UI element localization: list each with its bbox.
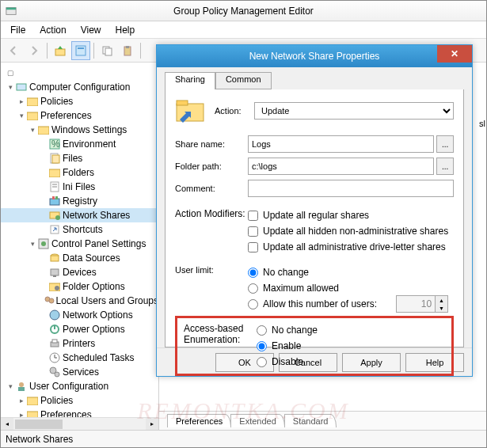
menubar: File Action View Help — [1, 21, 486, 39]
tree-row[interactable]: Network Options — [1, 308, 158, 322]
tab-standard[interactable]: Standard — [284, 414, 337, 427]
share-name-label: Share name: — [175, 139, 248, 149]
tab-extended[interactable]: Extended — [230, 414, 284, 427]
abe-enable-radio[interactable]: Enable — [257, 339, 301, 353]
tree-row[interactable]: ▾Preferences — [1, 108, 158, 123]
tree-pane[interactable]: ▢ ▾Computer Configuration ▸Policies ▾Pre… — [1, 63, 159, 430]
folder-icon — [26, 109, 39, 122]
power-icon — [48, 323, 61, 336]
dialog-title: New Network Share Properties — [249, 51, 380, 62]
am2-checkbox[interactable]: Update all hidden non-administrative sha… — [248, 224, 448, 238]
statusbar: Network Shares — [1, 430, 486, 447]
tree-row[interactable]: Shortcuts — [1, 222, 158, 237]
tree-row-selected[interactable]: Network Shares — [1, 208, 158, 222]
copy-button[interactable] — [97, 41, 116, 60]
svg-rect-48 — [18, 387, 25, 391]
tree-row[interactable]: Power Options — [1, 322, 158, 336]
scroll-right-arrow[interactable]: ▸ — [146, 418, 158, 431]
tree-row[interactable]: ▾Computer Configuration — [1, 80, 158, 94]
close-button[interactable]: ✕ — [437, 45, 472, 63]
properties-button[interactable] — [71, 41, 90, 60]
abe-nochange-radio[interactable]: No change — [257, 323, 318, 337]
tree-row[interactable]: Local Users and Groups — [1, 294, 158, 308]
ul-spinner[interactable]: ▲▼ — [396, 295, 448, 313]
shortcut-icon — [48, 223, 61, 236]
tree-hscroll[interactable]: ◂ ▸ — [1, 417, 158, 430]
tab-preferences[interactable]: Preferences — [167, 414, 231, 427]
cp-icon — [37, 237, 50, 250]
tree-row[interactable]: Folder Options — [1, 279, 158, 294]
forward-button[interactable] — [25, 41, 44, 60]
paste-button[interactable] — [118, 41, 137, 60]
tree-row[interactable]: ▸Policies — [1, 94, 158, 108]
spin-down[interactable]: ▼ — [436, 304, 447, 312]
action-modifiers-label: Action Modifiers: — [175, 208, 248, 219]
folderopts-icon — [48, 280, 61, 293]
scroll-left-arrow[interactable]: ◂ — [1, 418, 13, 431]
dialog-new-network-share: New Network Share Properties ✕ Sharing C… — [156, 44, 473, 377]
tree-row[interactable]: Data Sources — [1, 251, 158, 265]
svg-rect-21 — [50, 199, 59, 205]
comment-label: Comment: — [175, 184, 248, 193]
share-name-browse-button[interactable]: ... — [436, 135, 454, 153]
printer-icon — [48, 337, 61, 350]
svg-rect-10 — [27, 98, 38, 106]
abe-highlight-box: Access-basedEnumeration: No change Enabl… — [175, 316, 454, 376]
svg-point-25 — [55, 215, 60, 220]
files-icon — [48, 152, 61, 165]
am3-checkbox[interactable]: Update all administrative drive-letter s… — [248, 240, 446, 254]
scroll-thumb[interactable] — [15, 420, 63, 429]
folder-path-browse-button[interactable]: ... — [436, 158, 454, 175]
comment-input[interactable] — [248, 180, 454, 197]
ul-value-input[interactable] — [397, 296, 435, 312]
tree-row[interactable]: Registry — [1, 194, 158, 208]
app-icon — [6, 6, 17, 17]
devices-icon — [48, 266, 61, 279]
up-button[interactable] — [51, 41, 70, 60]
tree-row[interactable]: ▸Policies — [1, 393, 158, 408]
tree-row[interactable]: Ini Files — [1, 180, 158, 194]
ul-allow-radio[interactable]: Allow this number of users: — [248, 297, 377, 311]
folder-icon — [26, 394, 39, 407]
tree-row[interactable]: %Environment — [1, 137, 158, 151]
tree-row[interactable]: Folders — [1, 165, 158, 180]
tree-row[interactable]: Scheduled Tasks — [1, 351, 158, 365]
tree-row[interactable]: Devices — [1, 265, 158, 279]
menu-view[interactable]: View — [74, 23, 108, 37]
tree-row[interactable]: ▢ — [1, 66, 158, 80]
svg-rect-32 — [53, 275, 56, 277]
svg-rect-11 — [27, 112, 38, 120]
content-tabs: Preferences Extended Standard — [159, 411, 486, 430]
titlebar: Group Policy Management Editor — [1, 1, 486, 21]
action-select[interactable]: Update — [254, 102, 454, 120]
menu-action[interactable]: Action — [33, 23, 72, 37]
tree-row[interactable]: Printers — [1, 336, 158, 351]
svg-point-28 — [41, 241, 46, 246]
folder-icon — [37, 123, 50, 136]
tree-row[interactable]: ▾Windows Settings — [1, 123, 158, 137]
share-name-input[interactable] — [248, 135, 434, 153]
spin-up[interactable]: ▲ — [436, 296, 447, 304]
menu-help[interactable]: Help — [109, 23, 142, 37]
ul-nochange-radio[interactable]: No change — [248, 265, 309, 279]
tab-common[interactable]: Common — [215, 72, 272, 89]
tree-row[interactable]: Files — [1, 151, 158, 165]
ini-icon — [48, 180, 61, 193]
tree-row[interactable]: ▾User Configuration — [1, 379, 158, 393]
dialog-titlebar[interactable]: New Network Share Properties ✕ — [157, 45, 472, 67]
ul-max-radio[interactable]: Maximum allowed — [248, 281, 339, 295]
abe-disable-radio[interactable]: Disable — [257, 355, 303, 369]
tree-row[interactable]: ▾Control Panel Settings — [1, 237, 158, 251]
svg-rect-4 — [78, 47, 84, 49]
abe-label: Access-basedEnumeration: — [184, 323, 257, 345]
computer-icon — [15, 81, 28, 93]
svg-rect-9 — [17, 84, 26, 90]
menu-file[interactable]: File — [4, 23, 32, 37]
am1-checkbox[interactable]: Update all regular shares — [248, 208, 369, 222]
tree-row[interactable]: Services — [1, 365, 158, 379]
folder-path-input[interactable] — [248, 158, 434, 175]
back-button[interactable] — [4, 41, 23, 60]
share-icon — [48, 209, 61, 222]
svg-point-36 — [49, 298, 54, 303]
tab-sharing[interactable]: Sharing — [165, 72, 215, 89]
